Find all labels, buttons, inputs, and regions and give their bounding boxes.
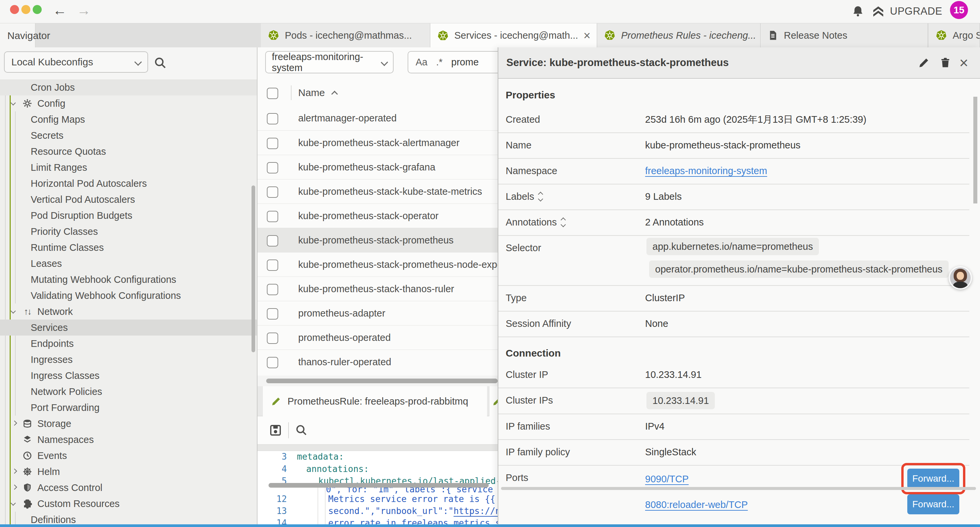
sidebar-item-leases[interactable]: Leases — [0, 255, 257, 272]
detail-horizontal-scrollbar[interactable] — [501, 487, 976, 490]
forward-arrow-icon[interactable]: → — [77, 2, 91, 18]
window-maximize-button[interactable] — [33, 5, 42, 14]
tree-chevron-down-icon[interactable] — [11, 309, 16, 314]
expand-collapse-icon[interactable] — [562, 218, 565, 226]
forward-button[interactable]: Forward... — [907, 494, 959, 514]
tab-prometheus-rules-icecheng[interactable]: Prometheus Rules - icecheng... — [597, 23, 760, 47]
row-checkbox[interactable] — [267, 113, 278, 124]
upgrade-button[interactable]: UPGRADE — [871, 4, 942, 18]
sidebar-item-port-forwarding[interactable]: Port Forwarding — [0, 400, 257, 416]
sidebar-item-secrets[interactable]: Secrets — [0, 127, 257, 143]
sidebar-item-config-maps[interactable]: Config Maps — [0, 111, 257, 127]
window-close-button[interactable] — [10, 5, 19, 14]
navigator-pane-tab[interactable]: Navigator — [0, 23, 35, 48]
sidebar-item-validating-webhook-configurations[interactable]: Validating Webhook Configurations — [0, 288, 257, 304]
user-avatar[interactable] — [949, 266, 972, 290]
tree-chevron-down-icon[interactable] — [11, 100, 16, 106]
sidebar-item-network-policies[interactable]: Network Policies — [0, 384, 257, 400]
select-all-checkbox[interactable] — [267, 88, 278, 99]
expand-collapse-icon[interactable] — [539, 193, 542, 201]
search-icon[interactable] — [153, 56, 167, 69]
column-header-name[interactable]: Name — [298, 80, 337, 106]
sidebar-item-network[interactable]: ↑↓Network — [0, 304, 257, 320]
sidebar-item-events[interactable]: Events — [0, 447, 257, 463]
table-row-prometheus-adapter[interactable]: prometheus-adapter — [258, 301, 498, 325]
table-row-kube-prometheus-stack-prometheus-n[interactable]: kube-prometheus-stack-prometheus-node-ex… — [258, 252, 498, 277]
sidebar-item-priority-classes[interactable]: Priority Classes — [0, 223, 257, 239]
tab-release-notes[interactable]: Release Notes — [760, 23, 928, 47]
table-row-kube-prometheus-stack-grafana[interactable]: kube-prometheus-stack-grafana — [258, 155, 498, 179]
tree-chevron-right-icon[interactable] — [12, 485, 18, 490]
table-row-kube-prometheus-stack-operator[interactable]: kube-prometheus-stack-operator — [258, 204, 498, 228]
row-checkbox[interactable] — [267, 333, 278, 344]
editor-tab-partial[interactable] — [489, 386, 498, 416]
tab-pods-icecheng-mathmas[interactable]: Pods - icecheng@mathmas... — [261, 23, 430, 47]
namespace-link[interactable]: freeleaps-monitoring-system — [645, 158, 767, 184]
sidebar-item-helm[interactable]: Helm — [0, 463, 257, 480]
sidebar-item-pod-disruption-budgets[interactable]: Pod Disruption Budgets — [0, 207, 257, 223]
code-link[interactable]: https://netc — [453, 506, 498, 516]
row-checkbox[interactable] — [267, 186, 278, 198]
delete-trash-icon[interactable] — [939, 57, 951, 69]
sidebar-item-services[interactable]: Services — [0, 320, 257, 336]
sidebar-item-namespaces[interactable]: Namespaces — [0, 431, 257, 447]
table-row-prometheus-operated[interactable]: prometheus-operated — [258, 325, 498, 350]
notification-count-badge[interactable]: 15 — [950, 1, 968, 19]
table-row-kube-prometheus-stack-thanos-ruler[interactable]: kube-prometheus-stack-thanos-ruler — [258, 277, 498, 301]
close-icon[interactable]: × — [959, 50, 968, 75]
sidebar-item-ingresses[interactable]: Ingresses — [0, 352, 257, 368]
table-row-thanos-ruler-operated[interactable]: thanos-ruler-operated — [258, 350, 498, 374]
sidebar-item-definitions[interactable]: Definitions — [0, 512, 257, 524]
sidebar-item-horizontal-pod-autoscalers[interactable]: Horizontal Pod Autoscalers — [0, 175, 257, 191]
sidebar-item-runtime-classes[interactable]: Runtime Classes — [0, 239, 257, 255]
editor-horizontal-scrollbar[interactable] — [269, 483, 488, 488]
row-checkbox[interactable] — [267, 357, 278, 368]
row-checkbox[interactable] — [267, 211, 278, 222]
sidebar-scrollbar[interactable] — [251, 185, 255, 352]
edit-pencil-icon[interactable] — [918, 57, 930, 69]
save-icon[interactable] — [269, 424, 282, 437]
tree-chevron-right-icon[interactable] — [12, 420, 18, 426]
row-checkbox[interactable] — [267, 308, 278, 320]
table-row-kube-prometheus-stack-kube-state-m[interactable]: kube-prometheus-stack-kube-state-metrics — [258, 179, 498, 204]
sidebar-item-endpoints[interactable]: Endpoints — [0, 336, 257, 352]
window-minimize-button[interactable] — [21, 5, 30, 14]
row-checkbox[interactable] — [267, 260, 278, 271]
detail-vertical-scrollbar[interactable] — [973, 97, 977, 204]
sidebar-item-access-control[interactable]: Access Control — [0, 480, 257, 496]
table-row-kube-prometheus-stack-alertmanager[interactable]: kube-prometheus-stack-alertmanager — [258, 131, 498, 155]
regex-toggle[interactable]: .* — [436, 57, 442, 68]
tab-argo-se[interactable]: Argo Se — [929, 23, 980, 47]
sidebar-item-limit-ranges[interactable]: Limit Ranges — [0, 159, 257, 175]
tab-close-icon[interactable]: × — [584, 30, 590, 42]
row-checkbox[interactable] — [267, 235, 278, 247]
back-arrow-icon[interactable]: ← — [53, 2, 67, 18]
sidebar-item-mutating-webhook-configurations[interactable]: Mutating Webhook Configurations — [0, 272, 257, 288]
port-link-9090-tcp[interactable]: 9090/TCP — [645, 474, 689, 485]
row-checkbox[interactable] — [267, 162, 278, 174]
row-checkbox[interactable] — [267, 284, 278, 295]
sidebar-item-storage[interactable]: Storage — [0, 416, 257, 431]
filter-input[interactable]: Aa .* prome — [407, 51, 498, 73]
port-link-8080-reloader-web-tcp[interactable]: 8080:reloader-web/TCP — [645, 499, 748, 510]
notification-bell-icon[interactable] — [851, 5, 865, 18]
editor-tab-prometheusrule[interactable]: PrometheusRule: freeleaps-prod-rabbitmq — [263, 386, 487, 416]
scrollbar-thumb[interactable] — [266, 379, 498, 383]
table-row-alertmanager-operated[interactable]: alertmanager-operated — [258, 106, 498, 131]
table-row-kube-prometheus-stack-prometheus[interactable]: kube-prometheus-stack-prometheus — [258, 228, 498, 252]
sidebar-item-custom-resources[interactable]: Custom Resources — [0, 496, 257, 512]
match-case-toggle[interactable]: Aa — [415, 57, 427, 68]
tree-chevron-right-icon[interactable] — [12, 469, 18, 474]
sidebar-item-vertical-pod-autoscalers[interactable]: Vertical Pod Autoscalers — [0, 191, 257, 207]
sidebar-item-resource-quotas[interactable]: Resource Quotas — [0, 143, 257, 159]
tab-services-icecheng-math[interactable]: Services - icecheng@math...× — [430, 23, 597, 48]
editor-search-icon[interactable] — [295, 424, 307, 436]
yaml-editor[interactable]: 3metadata:4annotations:5kubectl.kubernet… — [258, 451, 498, 524]
sidebar-item-cron-jobs[interactable]: Cron Jobs — [0, 80, 257, 96]
kubeconfig-selector[interactable]: Local Kubeconfigs — [4, 51, 148, 73]
namespace-selector[interactable]: freeleaps-monitoring-system — [265, 51, 394, 73]
sidebar-item-config[interactable]: Config — [0, 96, 257, 111]
tree-chevron-down-icon[interactable] — [11, 501, 16, 506]
row-checkbox[interactable] — [267, 138, 278, 149]
sidebar-item-ingress-classes[interactable]: Ingress Classes — [0, 368, 257, 384]
